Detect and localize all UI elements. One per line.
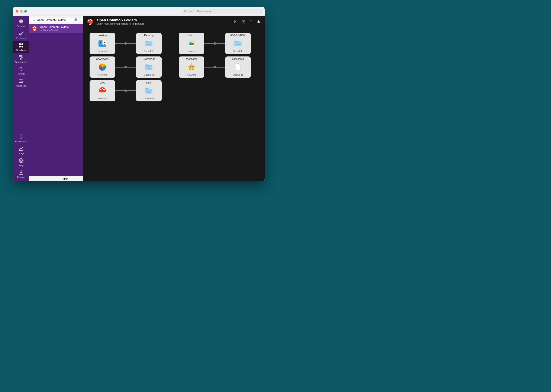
variables-button[interactable] — [233, 19, 238, 24]
node-title: basecamp — [232, 58, 244, 60]
download-icon — [18, 170, 24, 175]
node-connector[interactable] — [115, 43, 136, 44]
workflow-canvas-panel: Open Common Folders Open most common fol… — [83, 16, 265, 181]
folder-compass-icon — [144, 86, 154, 95]
share-workflow-button[interactable] — [248, 19, 254, 24]
workflow-item-icon — [31, 25, 38, 32]
sidebar-item-label: Features — [16, 37, 26, 39]
workflow-icon — [86, 18, 94, 26]
workflow-item-title: Open Common Folders — [40, 25, 69, 29]
node-type: Open File — [144, 74, 154, 76]
help-button[interactable]: Help — [60, 176, 71, 181]
window-controls — [16, 10, 27, 13]
sidebar-item-general[interactable]: General — [13, 17, 29, 29]
sidebar-item-label: Powerpack — [15, 140, 27, 143]
sidebar-item-label: Update — [17, 176, 25, 179]
node-title: Desktop — [144, 34, 154, 37]
search-icon — [184, 10, 186, 13]
roller-icon — [18, 55, 24, 60]
node-title: Sites — [146, 81, 152, 84]
mushroom-icon — [98, 86, 107, 95]
finder-icon — [98, 39, 107, 48]
sidebar-item-remote[interactable]: Remote — [13, 65, 29, 77]
workflow-search-row: ✕ ⋯ — [29, 16, 83, 24]
sidebar-item-powerpack[interactable]: Powerpack — [13, 132, 29, 144]
debug-button[interactable] — [256, 19, 261, 24]
workflow-node[interactable]: 00-00 INBOXOpen File — [225, 33, 251, 54]
sidebar-item-label: Help — [19, 164, 23, 167]
battery-icon — [18, 134, 24, 140]
workflow-header: Open Common Folders Open most common fol… — [83, 16, 265, 28]
sidebar-item-label: Advanced — [16, 85, 26, 87]
workflow-search-input[interactable] — [36, 18, 73, 22]
workflow-list-item[interactable]: Open Common Foldersby Stefan Zweifel — [29, 24, 83, 33]
workflow-list-footer: Help ＋ － — [29, 176, 83, 181]
sidebar-item-label: Remote — [17, 73, 25, 75]
sidebar-item-help[interactable]: Help — [13, 156, 29, 168]
workflow-node[interactable]: DownloadsOpen File — [136, 56, 162, 78]
node-type: Open File — [144, 97, 154, 100]
zoom-button[interactable] — [24, 10, 27, 13]
workflow-list-panel: ✕ ⋯ Open Common Foldersby Stefan Zweifel… — [29, 16, 83, 181]
clear-search-button[interactable]: ✕ — [74, 18, 77, 21]
sidebar-item-appearance[interactable]: Appearance — [13, 53, 29, 65]
sidebar-item-advanced[interactable]: Advanced — [13, 77, 29, 89]
workflow-search[interactable]: ✕ — [31, 17, 79, 22]
workflow-node[interactable]: SitesOpen File — [136, 80, 162, 101]
workflow-node[interactable]: DesktopOpen File — [136, 33, 162, 54]
node-type: Open File — [233, 50, 243, 52]
remove-workflow-button[interactable]: － — [77, 176, 83, 181]
folder-icon — [144, 39, 154, 48]
workflow-node[interactable]: inboxKeyword — [179, 33, 204, 54]
workflow-list: Open Common Foldersby Stefan Zweifel — [29, 24, 83, 176]
sidebar-item-usage[interactable]: Usage — [13, 144, 29, 156]
workflow-node[interactable]: basecampOpen File — [225, 56, 251, 78]
node-title: sites — [100, 81, 105, 84]
sidebar-item-workflows[interactable]: Workflows — [13, 41, 29, 53]
workflow-node[interactable]: basecampKeyword — [179, 56, 204, 78]
lifebuoy-icon — [18, 158, 24, 163]
workflow-canvas[interactable]: desktopKeywordDesktopOpen FiledownloadsK… — [83, 28, 265, 181]
minimize-button[interactable] — [20, 10, 23, 13]
sidebar: GeneralFeaturesWorkflowsAppearanceRemote… — [13, 16, 29, 181]
add-workflow-button[interactable]: ＋ — [71, 176, 77, 181]
add-object-button[interactable] — [241, 19, 246, 24]
sidebar-item-features[interactable]: Features — [13, 29, 29, 41]
node-title: 00-00 INBOX — [230, 34, 245, 37]
node-connector[interactable] — [115, 67, 136, 68]
node-connector[interactable] — [115, 90, 136, 91]
sidebar-item-update[interactable]: Update — [13, 168, 29, 180]
chart-icon — [18, 146, 24, 152]
workflow-node[interactable]: downloadsKeyword — [90, 56, 115, 78]
node-title: downloads — [96, 58, 108, 60]
preferences-search[interactable] — [182, 9, 262, 14]
workflow-node[interactable]: desktopKeyword — [90, 33, 115, 54]
close-button[interactable] — [16, 10, 18, 13]
sidebar-item-label: Workflows — [15, 49, 26, 51]
node-connector[interactable] — [204, 43, 225, 44]
file-icon — [233, 63, 243, 72]
workflow-node[interactable]: sitesKeyword — [90, 80, 115, 101]
node-connector[interactable] — [204, 67, 225, 68]
workflow-subtitle: Open most common folders in Finder.app — [97, 22, 144, 26]
node-type: Open File — [233, 74, 243, 76]
hat-icon — [18, 19, 24, 24]
node-type: Keyword — [98, 74, 107, 76]
grid-icon — [18, 43, 24, 48]
node-type: Open File — [144, 50, 154, 52]
beachball-icon — [98, 63, 107, 72]
titlebar — [13, 7, 265, 16]
sidebar-item-label: Appearance — [15, 61, 27, 63]
node-type: Keyword — [98, 50, 107, 52]
folder-icon — [233, 39, 243, 48]
node-title: Downloads — [143, 58, 155, 60]
preferences-search-input[interactable] — [186, 9, 260, 13]
node-type: Keyword — [98, 97, 107, 100]
node-type: Keyword — [187, 74, 196, 76]
search-icon — [32, 19, 35, 21]
node-type: Keyword — [187, 50, 196, 52]
sidebar-item-label: General — [17, 25, 25, 28]
signal-icon — [18, 66, 24, 72]
node-title: basecamp — [186, 58, 197, 60]
sidebar-item-label: Usage — [18, 152, 25, 155]
